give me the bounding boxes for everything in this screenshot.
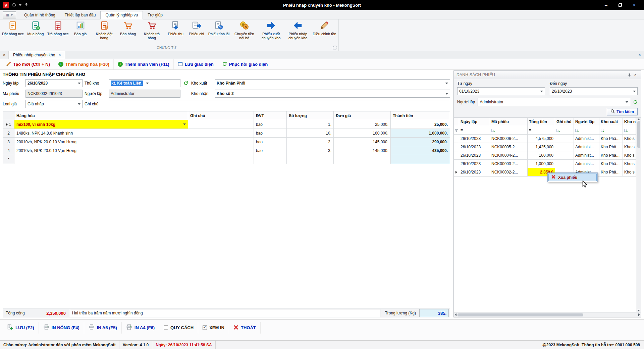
cell-don-gia[interactable]: 160,000. — [334, 129, 391, 138]
cell-hang-hoa[interactable]: 20010vh, NPK 20.0.10 Vạn Hưng — [14, 138, 188, 146]
ribbon-button-bao-gia[interactable]: Báo giá — [70, 19, 91, 45]
tab-close-icon[interactable]: × — [58, 53, 61, 57]
cell-so-luong[interactable]: 2. — [287, 138, 334, 146]
ribbon-button-phieu-nhap-chuyen-kho[interactable]: Phiếu nhập chuyển kho — [284, 19, 311, 45]
chevron-down-icon[interactable] — [633, 91, 636, 92]
cell-don-gia[interactable]: 145,000. — [334, 146, 391, 155]
loai-gia-field[interactable]: Giá nhập — [25, 100, 83, 108]
scrollbar-thumb[interactable] — [458, 313, 583, 316]
list-row[interactable]: 26/10/2023 NCK00003-2... 1,000,000 Admin… — [454, 160, 636, 168]
vertical-scrollbar[interactable] — [636, 118, 641, 312]
cell-dvt[interactable]: bao — [254, 120, 287, 129]
chevron-down-icon[interactable] — [540, 91, 543, 92]
col-header-hang-hoa[interactable]: Hàng hóa — [14, 111, 188, 120]
scroll-right-icon[interactable] — [638, 313, 640, 316]
col-header-don-gia[interactable]: Đơn giá — [334, 111, 391, 120]
cell-ghi-chu[interactable] — [188, 120, 254, 129]
filter-cell[interactable] — [623, 126, 636, 135]
funnel-icon[interactable] — [454, 126, 459, 135]
cell-ghi-chu[interactable] — [188, 146, 254, 155]
ngay-lap-field[interactable]: 26/10/2023 — [25, 79, 83, 87]
cell-thanh-tien[interactable]: 25,000. — [391, 120, 450, 129]
cell-dvt[interactable]: bao — [254, 138, 287, 146]
quick-access-circle-icon[interactable] — [12, 3, 16, 7]
filter-cell[interactable]: = — [459, 126, 490, 135]
add-item-button[interactable]: + Thêm hàng hóa (F10) — [54, 59, 114, 69]
add-employee-button[interactable]: + Thêm nhân viên (F11) — [114, 59, 174, 69]
ribbon-button-khach-tra-hang[interactable]: Khách trả hàng — [139, 19, 165, 45]
new-button[interactable]: Tạo mới (Ctrl + N) — [2, 59, 54, 69]
scroll-left-icon[interactable] — [455, 313, 457, 316]
cell-dvt[interactable]: bao — [254, 129, 287, 138]
kho-nhan-field[interactable]: Kho số 2 — [215, 90, 450, 98]
tab-bar-close-icon[interactable]: × — [635, 51, 644, 59]
refresh-icon[interactable] — [633, 100, 638, 104]
ribbon-button-mua-hang[interactable]: Mua hàng — [25, 19, 46, 45]
ribbon-tab-thiet-lap-ban-dau[interactable]: Thiết lập ban đầu — [60, 11, 101, 19]
search-button[interactable]: Tìm kiếm — [607, 108, 638, 115]
minimize-button[interactable]: – — [599, 0, 613, 10]
chevron-down-icon[interactable] — [445, 93, 448, 95]
context-menu-delete-item[interactable]: Xóa phiếu — [548, 173, 597, 181]
ghi-chu-field[interactable] — [109, 100, 450, 108]
quick-access-caret-icon[interactable] — [19, 4, 21, 6]
cell-hang-hoa[interactable]: 1486ks, NPK 14.8.6 khánh sinh — [14, 129, 188, 138]
filter-cell[interactable] — [490, 126, 528, 135]
col-header-kho-xuat[interactable]: Kho xuất — [599, 118, 623, 126]
cell-hang-hoa[interactable] — [14, 155, 188, 164]
cell-don-gia[interactable]: 25,000. — [334, 120, 391, 129]
thu-kho-field[interactable]: kt, Kế toán Liên, — [109, 79, 180, 87]
cell-so-luong[interactable]: 1. — [287, 120, 334, 129]
chevron-down-icon[interactable] — [146, 83, 149, 84]
filter-cell[interactable]: = — [528, 126, 555, 135]
ribbon-tab-quan-ly-nghiep-vu[interactable]: Quản lý nghiệp vụ — [100, 11, 143, 19]
from-date-field[interactable]: 01/10/2023 — [457, 87, 545, 95]
quy-cach-checkbox[interactable]: QUY CÁCH — [159, 322, 198, 334]
save-layout-button[interactable]: Lưu giao diện — [174, 59, 218, 69]
scroll-down-icon[interactable] — [637, 310, 640, 311]
cell-dvt[interactable] — [254, 155, 287, 164]
exit-button[interactable]: THOÁT — [229, 322, 261, 334]
cell-so-luong[interactable]: 3. — [287, 146, 334, 155]
filter-cell[interactable] — [599, 126, 623, 135]
chevron-down-icon[interactable] — [78, 103, 80, 105]
list-row[interactable]: 26/10/2023 NCK00006-2... 4,575,000 Admin… — [454, 135, 636, 143]
col-header-ma-phieu[interactable]: Mã phiếu — [490, 118, 528, 126]
cell-so-luong[interactable]: 10. — [287, 129, 334, 138]
cell-thanh-tien[interactable]: 290,000. — [391, 138, 450, 146]
ribbon-button-dieu-chinh-ton[interactable]: Điều chỉnh tồn — [311, 19, 337, 45]
ribbon-button-dat-hang-ncc[interactable]: Đặt hàng ncc — [1, 19, 25, 45]
list-row-selected[interactable]: 26/10/2023 NCK00002-2... 2,350,0 Adminis… — [454, 168, 636, 177]
save-button[interactable]: LƯU (F2) — [3, 322, 39, 334]
list-row[interactable]: 26/10/2023 NCK00004-2... 160,000 Adminis… — [454, 151, 636, 160]
cell-thanh-tien[interactable]: 1,600,000. — [391, 129, 450, 138]
cell-so-luong[interactable] — [287, 155, 334, 164]
col-header-dvt[interactable]: ĐVT — [254, 111, 287, 120]
checkbox-icon[interactable] — [164, 326, 168, 330]
xem-in-checkbox[interactable]: XEM IN — [198, 322, 229, 334]
scrollbar-thumb[interactable] — [637, 121, 640, 148]
tab-phieu-nhap-chuyen-kho[interactable]: Phiếu nhập chuyển kho × — [9, 51, 65, 59]
ribbon-collapse-icon[interactable]: ˇ — [333, 46, 337, 50]
filter-cell[interactable] — [574, 126, 599, 135]
to-date-field[interactable]: 26/10/2023 — [550, 87, 638, 95]
col-header-so-luong[interactable]: Số lượng — [287, 111, 334, 120]
ribbon-button-khach-dat-hang[interactable]: Khách đặt hàng — [91, 19, 118, 45]
close-all-tabs-icon[interactable]: × — [0, 51, 9, 59]
restore-layout-button[interactable]: Phục hồi giao diện — [218, 59, 272, 69]
kho-xuat-field[interactable]: Kho Phân Phối — [215, 79, 450, 87]
ribbon-tab-quan-tri-he-thong[interactable]: Quản trị hệ thống — [19, 11, 60, 19]
ribbon-button-chuyen-tien-noi-bo[interactable]: $$ Chuyển tiền nội bộ — [231, 19, 258, 45]
cell-hang-hoa[interactable]: mix100, vi sinh 10kg — [14, 120, 188, 129]
print-a5-button[interactable]: IN A5 (F5) — [84, 322, 122, 334]
ribbon-button-tra-hang-ncc[interactable]: Trả hàng ncc — [46, 19, 70, 45]
cell-thanh-tien[interactable]: 435,000. — [391, 146, 450, 155]
col-header-ghi-chu[interactable]: Ghi chú — [555, 118, 574, 126]
restore-button[interactable] — [613, 0, 627, 10]
col-header-ghi-chu[interactable]: Ghi chú — [188, 111, 254, 120]
col-header-tong-tien[interactable]: Tổng tiền — [528, 118, 555, 126]
col-header-nguoi-lap[interactable]: Người lập — [574, 118, 599, 126]
col-header-thanh-tien[interactable]: Thành tiền — [391, 111, 450, 120]
ribbon-button-phieu-xuat-chuyen-kho[interactable]: Phiếu xuất chuyển kho — [258, 19, 284, 45]
cell-ghi-chu[interactable] — [188, 138, 254, 146]
